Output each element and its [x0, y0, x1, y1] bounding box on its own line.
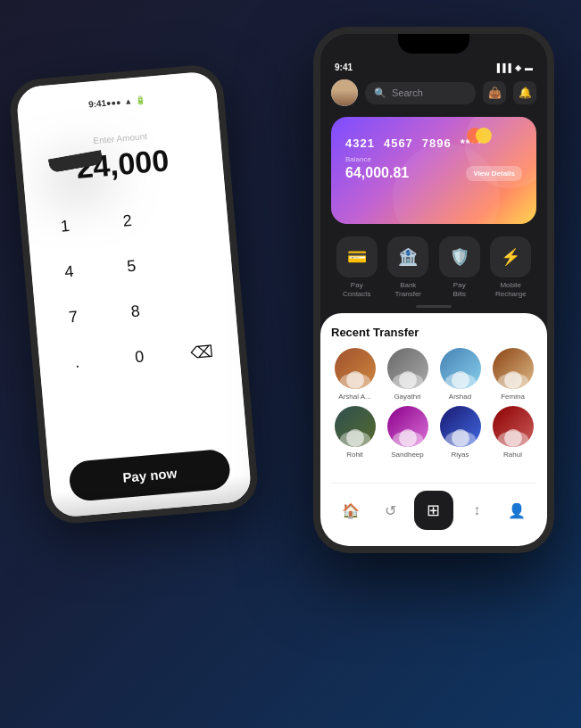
- key-backspace[interactable]: ⌫: [173, 331, 229, 373]
- nav-home[interactable]: 🏠: [335, 494, 367, 526]
- key-empty3: [170, 285, 226, 327]
- user-avatar[interactable]: [331, 79, 358, 106]
- contact-avatar-sandheep: [387, 406, 428, 447]
- status-bar: 9:41 ▐▐▐ ◈ ▬: [320, 59, 547, 72]
- signal-icon: ▐▐▐: [494, 63, 511, 72]
- battery-icon: ▬: [525, 63, 533, 72]
- contact-rahul[interactable]: Rahul: [489, 406, 536, 459]
- back-phone: 9:41 ●●● ▲ 🔋 Enter Amount 24,000 1 2 4 5…: [8, 62, 261, 525]
- key-8[interactable]: 8: [107, 291, 163, 332]
- recent-transfer-section: Recent Transfer Arshal A...: [320, 313, 547, 546]
- pay-bills-button[interactable]: 🛡️ PayBills: [439, 236, 480, 298]
- contact-avatar-riyas: [440, 406, 481, 447]
- mastercard-right-circle: [476, 128, 492, 144]
- contact-avatar-rohit: [335, 406, 376, 447]
- contact-femina[interactable]: Femina: [489, 348, 536, 401]
- key-5[interactable]: 5: [104, 246, 160, 287]
- contact-name-sandheep: Sandheep: [391, 451, 423, 459]
- bank-transfer-label: BankTransfer: [395, 281, 422, 298]
- search-input[interactable]: 🔍 Search: [365, 82, 476, 104]
- key-dot[interactable]: .: [49, 342, 105, 384]
- contact-avatar-arshal: [335, 348, 376, 389]
- contact-avatar-rahul: [493, 406, 534, 447]
- bottom-nav: 🏠 ↺ ⊞ ↕ 👤: [331, 483, 536, 539]
- contact-name-rohit: Rohit: [346, 451, 363, 459]
- key-0[interactable]: 0: [111, 336, 167, 378]
- contact-avatar-femina: [493, 348, 534, 389]
- contact-name-rahul: Rahul: [503, 451, 522, 459]
- pay-bills-label: PayBills: [452, 281, 466, 298]
- search-icon: 🔍: [374, 87, 386, 99]
- back-phone-time: 9:41: [88, 98, 107, 110]
- key-empty2: [165, 240, 221, 281]
- pay-bills-icon: 🛡️: [439, 236, 480, 277]
- nav-refresh[interactable]: ↺: [375, 494, 407, 526]
- contact-name-arshad: Arshad: [449, 393, 471, 401]
- pay-contacts-button[interactable]: 💳 PayContacts: [336, 236, 378, 298]
- pay-contacts-label: PayContacts: [343, 281, 371, 298]
- card-num-1: 4321: [345, 136, 375, 150]
- search-bar-row: 🔍 Search 👜 🔔: [320, 72, 547, 113]
- key-empty1: [162, 195, 218, 236]
- contact-riyas[interactable]: Riyas: [436, 406, 484, 459]
- mobile-recharge-icon: ⚡: [490, 236, 531, 277]
- bell-icon-button[interactable]: 🔔: [513, 81, 536, 104]
- key-2[interactable]: 2: [99, 201, 155, 242]
- contact-name-riyas: Riyas: [451, 451, 469, 459]
- contact-arshal[interactable]: Arshal A...: [331, 348, 378, 401]
- contact-gayathri[interactable]: Gayathri: [384, 348, 431, 401]
- key-7[interactable]: 7: [45, 296, 101, 337]
- contact-rohit[interactable]: Rohit: [331, 406, 378, 459]
- mobile-recharge-button[interactable]: ⚡ MobileRecharge: [490, 236, 531, 298]
- contact-name-gayathri: Gayathri: [394, 393, 420, 401]
- contact-arshad[interactable]: Arshad: [436, 348, 484, 401]
- search-placeholder: Search: [392, 87, 423, 98]
- wifi-icon: ◈: [515, 63, 521, 72]
- pay-contacts-icon: 💳: [336, 236, 378, 277]
- action-buttons-row: 💳 PayContacts 🏦 BankTransfer 🛡️ PayBills…: [320, 231, 547, 305]
- key-4[interactable]: 4: [41, 252, 97, 293]
- nav-transfer[interactable]: ↕: [461, 494, 493, 526]
- card-num-2: 4567: [384, 136, 413, 150]
- contact-sandheep[interactable]: Sandheep: [384, 406, 431, 459]
- contact-name-femina: Femina: [501, 393, 525, 401]
- front-phone-time: 9:41: [335, 62, 353, 72]
- contact-name-arshal: Arshal A...: [338, 393, 370, 401]
- divider: [416, 305, 452, 308]
- recent-transfer-title: Recent Transfer: [331, 326, 536, 339]
- credit-card: 4321 4567 7896 **** Balance 64,000.81 Vi…: [331, 117, 536, 224]
- nav-profile[interactable]: 👤: [501, 494, 533, 526]
- bank-transfer-icon: 🏦: [387, 236, 428, 277]
- key-1[interactable]: 1: [37, 206, 93, 247]
- contact-avatar-arshad: [440, 348, 481, 389]
- contact-avatar-gayathri: [387, 348, 428, 389]
- dynamic-island: [398, 34, 469, 54]
- numpad: 1 2 4 5 7 8 . 0 ⌫: [37, 195, 229, 385]
- enter-amount-label: Enter Amount: [93, 131, 147, 145]
- mobile-recharge-label: MobileRecharge: [495, 281, 527, 298]
- contacts-grid: Arshal A... Gayathri: [331, 348, 536, 459]
- bag-icon-button[interactable]: 👜: [483, 81, 506, 104]
- bank-transfer-button[interactable]: 🏦 BankTransfer: [387, 236, 428, 298]
- front-phone: 9:41 ▐▐▐ ◈ ▬ 🔍 Search 👜 🔔: [313, 27, 554, 553]
- nav-scan[interactable]: ⊞: [414, 491, 453, 530]
